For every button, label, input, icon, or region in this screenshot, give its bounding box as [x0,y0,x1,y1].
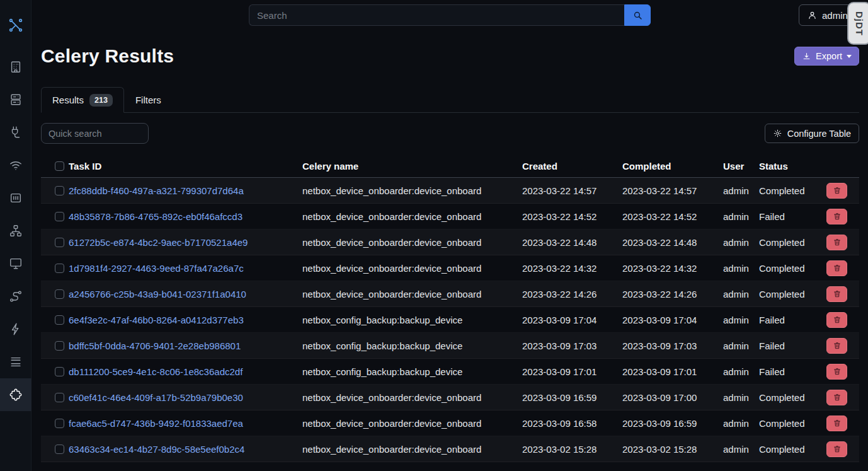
delete-button[interactable] [826,441,847,457]
sidebar-item-sitemap-icon[interactable] [0,214,31,247]
delete-button[interactable] [826,338,847,354]
row-checkbox[interactable] [55,341,64,351]
select-all-checkbox[interactable] [55,161,64,171]
sidebar-item-bolt-icon[interactable] [0,313,31,346]
completed-cell: 2023-03-09 17:00 [622,392,723,403]
delete-button[interactable] [826,183,847,199]
sidebar-item-puzzle-icon[interactable] [0,378,31,411]
user-cell: admin [723,392,759,403]
created-cell: 2023-03-22 14:52 [522,211,622,222]
table-header-row: Task ID Celery name Created Completed Us… [41,154,859,178]
tab-filters[interactable]: Filters [124,87,173,113]
configure-table-button[interactable]: Configure Table [765,124,859,143]
delete-button[interactable] [826,416,847,431]
table-row: 61272b5c-e874-4bc2-9aec-b7170521a4e9 net… [41,230,859,255]
content: Celery Results Export Results 213 Filter… [31,38,868,462]
celery-name-cell: netbox_config_backup:backup_device [302,366,522,377]
task-id-link[interactable]: 6e4f3e2c-47af-46b0-8264-a0412d377eb3 [69,315,244,325]
task-id-link[interactable]: c60ef41c-46e4-409f-a17b-52b9a79b0e30 [69,392,243,403]
sidebar-item-plug-icon[interactable] [0,116,31,149]
delete-button[interactable] [826,235,847,250]
row-checkbox[interactable] [55,419,64,428]
task-id-link[interactable]: 63463c34-ec14-4b27-8d9c-58e5eef0b2c4 [69,444,244,455]
row-checkbox[interactable] [55,393,64,402]
table-controls: Configure Table [41,123,859,144]
completed-cell: 2023-03-02 15:28 [622,444,723,455]
row-actions [826,260,859,276]
row-checkbox[interactable] [55,238,64,247]
task-id-link[interactable]: fcae6ac5-d747-436b-9492-f01833aed7ea [69,418,243,429]
row-actions [826,338,859,354]
tab-results[interactable]: Results 213 [41,87,124,113]
global-search-group [249,4,651,26]
row-actions [826,183,859,199]
sidebar-item-lists-icon[interactable] [0,346,31,378]
row-checkbox-cell [41,341,69,351]
row-checkbox[interactable] [55,367,64,376]
task-id-link[interactable]: bdffc5bf-0dda-4706-9401-2e28eb986801 [69,340,241,351]
debug-toolbar-handle[interactable]: DjDT [847,2,868,45]
task-id-link[interactable]: a2456766-c25b-43a9-b041-02371f1a0410 [69,289,246,299]
celery-name-cell: netbox_device_onboarder:device_onboard [302,263,522,274]
row-checkbox[interactable] [55,289,64,299]
tab-filters-label: Filters [135,95,161,105]
row-actions [826,364,859,380]
table-row: db111200-5ce9-4e1c-8c06-1e8c36adc2df net… [41,359,859,385]
row-checkbox[interactable] [55,445,64,454]
sidebar-item-route-icon[interactable] [0,280,31,313]
sidebar-item-prefix-card-icon[interactable] [0,182,31,214]
user-label: admin [822,10,848,21]
page-title: Celery Results [41,45,174,67]
sidebar-item-building-icon[interactable] [0,50,31,83]
row-checkbox[interactable] [55,315,64,325]
status-cell: Completed [759,185,826,196]
column-header-task-id: Task ID [69,161,302,172]
celery-name-cell: netbox_device_onboarder:device_onboard [302,392,522,403]
status-cell: Completed [759,237,826,248]
search-input[interactable] [249,4,624,26]
results-table: Task ID Celery name Created Completed Us… [41,154,859,462]
delete-button[interactable] [826,312,847,328]
trash-icon [833,289,842,298]
column-header-user: User [723,161,759,172]
task-id-link[interactable]: db111200-5ce9-4e1c-8c06-1e8c36adc2df [69,366,243,377]
row-checkbox[interactable] [55,264,64,273]
user-cell: admin [723,185,759,196]
sidebar-item-monitor-icon[interactable] [0,247,31,280]
task-id-link[interactable]: 2fc88ddb-f460-497a-a321-799307d7d64a [69,185,244,196]
search-button[interactable] [624,4,651,26]
quick-search-input[interactable] [41,123,149,144]
task-id-link[interactable]: 48b35878-7b86-4765-892c-eb0f46afccd3 [69,211,243,222]
table-row: fcae6ac5-d747-436b-9492-f01833aed7ea net… [41,410,859,436]
delete-button[interactable] [826,390,847,405]
delete-button[interactable] [826,286,847,302]
created-cell: 2023-03-22 14:48 [522,237,622,248]
sidebar-item-racks-icon[interactable] [0,83,31,116]
status-cell: Completed [759,263,826,274]
created-cell: 2023-03-09 16:59 [522,392,622,403]
status-cell: Failed [759,340,826,351]
row-checkbox-cell [41,445,69,454]
delete-button[interactable] [826,364,847,380]
export-button[interactable]: Export [794,47,859,66]
sidebar-item-wifi-icon[interactable] [0,149,31,182]
column-header-celery-name: Celery name [302,161,522,172]
row-checkbox[interactable] [55,186,64,195]
status-cell: Completed [759,418,826,429]
tab-results-label: Results [52,95,84,105]
user-cell: admin [723,418,759,429]
task-id-link[interactable]: 61272b5c-e874-4bc2-9aec-b7170521a4e9 [69,237,248,248]
delete-button[interactable] [826,209,847,224]
netbox-logo[interactable] [0,0,31,50]
user-cell: admin [723,289,759,299]
trash-icon [833,238,842,247]
chevron-down-icon [847,55,852,58]
row-checkbox-cell [41,212,69,221]
task-id-link[interactable]: 1d7981f4-2927-4463-9eed-87fa47a26a7c [69,263,244,274]
delete-button[interactable] [826,260,847,276]
trash-icon [833,393,842,402]
row-checkbox[interactable] [55,212,64,221]
celery-name-cell: netbox_config_backup:backup_device [302,340,522,351]
created-cell: 2023-03-09 16:58 [522,418,622,429]
table-row: a2456766-c25b-43a9-b041-02371f1a0410 net… [41,281,859,307]
